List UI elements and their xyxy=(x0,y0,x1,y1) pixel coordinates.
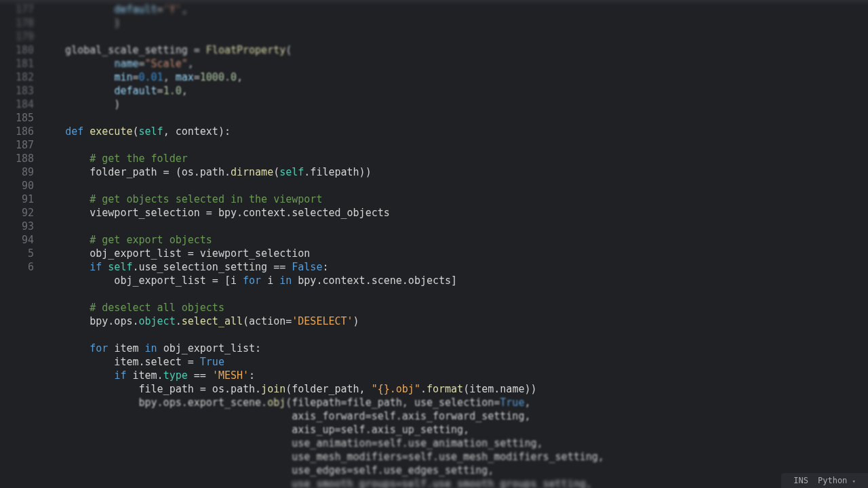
status-language-label: Python xyxy=(818,476,847,485)
line-number xyxy=(0,314,34,328)
line-number: 188 xyxy=(0,152,34,165)
code-token: : xyxy=(249,369,255,382)
code-token: 1.0 xyxy=(163,85,182,97)
code-token: ( xyxy=(285,44,292,56)
code-token: select_all xyxy=(182,315,243,327)
code-token: = xyxy=(157,85,163,97)
code-token: : xyxy=(322,261,328,273)
code-token: 0.01 xyxy=(139,71,163,83)
code-line[interactable]: for item in obj_export_list: xyxy=(41,342,868,355)
code-token: , context): xyxy=(163,125,231,138)
code-token xyxy=(41,85,114,97)
code-token: default xyxy=(114,3,157,16)
code-line[interactable]: axis_forward=self.axis_forward_setting, xyxy=(41,409,868,423)
code-line[interactable]: default='Y', xyxy=(41,3,868,16)
code-line[interactable] xyxy=(41,30,868,43)
code-token: use_edges=self.use_edges_setting, xyxy=(41,464,494,476)
code-line[interactable]: bpy.ops.export_scene.obj(filepath=file_p… xyxy=(41,396,868,409)
code-token: object xyxy=(139,315,176,327)
line-number: 5 xyxy=(0,247,34,260)
code-token: .use_selection_setting == xyxy=(132,261,292,273)
code-line[interactable] xyxy=(41,287,868,301)
line-number-gutter: 1771781791801811821831841851861871888990… xyxy=(0,0,41,488)
code-line[interactable]: if item.type == 'MESH': xyxy=(41,369,868,382)
code-line[interactable]: viewport_selection = bpy.context.selecte… xyxy=(41,206,868,220)
code-token: (folder_path, xyxy=(285,383,371,395)
line-number: 90 xyxy=(0,179,34,192)
code-token xyxy=(41,342,90,354)
code-token: ( xyxy=(273,166,279,178)
code-line[interactable] xyxy=(41,220,868,233)
code-line[interactable]: use_smooth_groups=self.use_smooth_groups… xyxy=(41,477,868,488)
code-token: self xyxy=(139,125,163,138)
code-token: if xyxy=(114,369,132,382)
code-line[interactable]: # get objects selected in the viewport xyxy=(41,192,868,206)
line-number xyxy=(0,396,34,409)
code-line[interactable]: global_scale_setting = FloatProperty( xyxy=(41,43,868,57)
line-number xyxy=(0,450,34,464)
code-token: # get objects selected in the viewport xyxy=(90,193,322,205)
code-token: execute xyxy=(90,125,132,138)
line-number xyxy=(0,274,34,287)
code-line[interactable]: use_animation=self.use_animation_setting… xyxy=(41,436,868,450)
code-line[interactable] xyxy=(41,179,868,192)
code-token: obj_export_list = viewport_selection xyxy=(41,247,310,260)
code-token xyxy=(41,152,90,165)
code-token: = xyxy=(132,71,138,83)
line-number: 6 xyxy=(0,260,34,274)
code-editor[interactable]: 1771781791801811821831841851861871888990… xyxy=(0,0,868,488)
status-language[interactable]: Python ▾ xyxy=(818,476,856,485)
code-token: default xyxy=(114,85,157,97)
line-number: 183 xyxy=(0,84,34,98)
code-token: ) xyxy=(41,17,120,29)
code-line[interactable]: obj_export_list = [i for i in bpy.contex… xyxy=(41,274,868,287)
code-token: global_scale_setting = xyxy=(41,44,206,56)
line-number xyxy=(0,287,34,301)
code-token: ( xyxy=(132,125,138,138)
code-token: .filepath)) xyxy=(304,166,371,178)
code-token: ) xyxy=(41,98,120,110)
code-line[interactable]: ) xyxy=(41,98,868,111)
code-token: item xyxy=(114,342,144,354)
code-token: True xyxy=(500,396,524,409)
code-line[interactable]: file_path = os.path.join(folder_path, "{… xyxy=(41,382,868,396)
code-line[interactable]: bpy.ops.object.select_all(action='DESELE… xyxy=(41,314,868,328)
line-number: 179 xyxy=(0,30,34,43)
line-number xyxy=(0,423,34,436)
code-token: folder_path = (os.path. xyxy=(41,166,231,178)
code-token: join xyxy=(261,383,285,395)
code-line[interactable]: min=0.01, max=1000.0, xyxy=(41,70,868,84)
code-token: "Scale" xyxy=(145,58,188,70)
code-line[interactable]: default=1.0, xyxy=(41,84,868,98)
code-token: use_smooth_groups=self.use_smooth_groups… xyxy=(41,478,592,488)
code-line[interactable]: name="Scale", xyxy=(41,57,868,70)
line-number: 186 xyxy=(0,125,34,138)
status-bar: INS Python ▾ xyxy=(781,473,868,488)
code-line[interactable]: # deselect all objects xyxy=(41,301,868,314)
code-line[interactable] xyxy=(41,138,868,152)
code-token: 'Y' xyxy=(163,3,182,16)
code-line[interactable]: obj_export_list = viewport_selection xyxy=(41,247,868,260)
code-token: max xyxy=(176,71,194,83)
code-line[interactable] xyxy=(41,328,868,342)
code-token: axis_forward=self.axis_forward_setting, xyxy=(41,410,530,422)
code-line[interactable]: use_mesh_modifiers=self.use_mesh_modifie… xyxy=(41,450,868,464)
code-token: viewport_selection = bpy.context.selecte… xyxy=(41,207,390,219)
code-token: use_animation=self.use_animation_setting… xyxy=(41,437,543,449)
code-token xyxy=(41,261,90,273)
code-line[interactable]: axis_up=self.axis_up_setting, xyxy=(41,423,868,436)
code-area[interactable]: default='Y', ) global_scale_setting = Fl… xyxy=(41,0,868,488)
code-token: (filepath=file_path, use_selection= xyxy=(285,396,500,409)
code-token: , xyxy=(163,71,176,83)
code-line[interactable]: folder_path = (os.path.dirname(self.file… xyxy=(41,165,868,179)
code-line[interactable]: ) xyxy=(41,16,868,30)
code-line[interactable]: def execute(self, context): xyxy=(41,125,868,138)
line-number: 91 xyxy=(0,192,34,206)
code-line[interactable] xyxy=(41,111,868,125)
code-line[interactable]: use_edges=self.use_edges_setting, xyxy=(41,464,868,477)
code-line[interactable]: item.select = True xyxy=(41,355,868,369)
code-line[interactable]: # get export objects xyxy=(41,233,868,247)
line-number: 185 xyxy=(0,111,34,125)
code-line[interactable]: if self.use_selection_setting == False: xyxy=(41,260,868,274)
code-line[interactable]: # get the folder xyxy=(41,152,868,165)
